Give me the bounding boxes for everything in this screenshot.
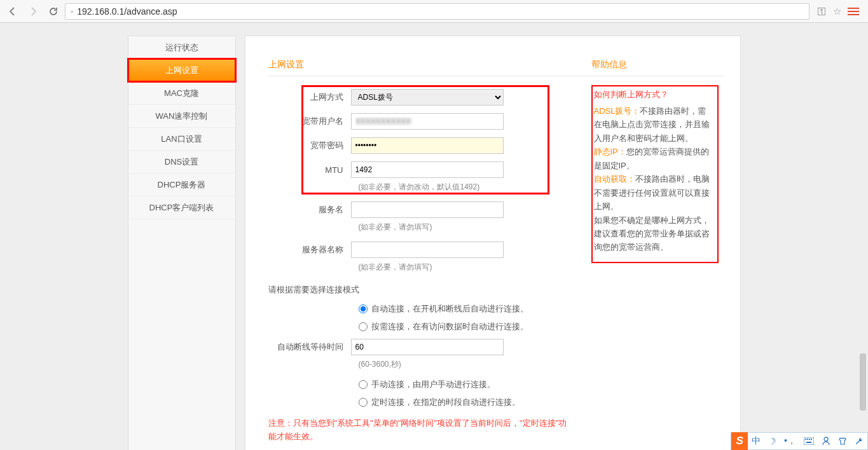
mtu-input[interactable]	[351, 161, 504, 178]
ime-punct[interactable]: •，	[780, 435, 800, 447]
username-input[interactable]	[351, 113, 504, 130]
sidebar: 运行状态 上网设置 MAC克隆 WAN速率控制 LAN口设置 DNS设置 DHC…	[128, 36, 236, 450]
help-footer: 如果您不确定是哪种上网方式，建议查看您的宽带业务单据或咨询您的宽带运营商。	[594, 215, 710, 252]
server-hint: (如非必要，请勿填写)	[359, 262, 711, 273]
key-icon[interactable]: ⚿	[817, 6, 827, 17]
help-panel: 帮助信息 如何判断上网方式？ ADSL拨号：不接路由器时，需在电脑上点击宽带连接…	[591, 59, 724, 263]
password-input[interactable]	[351, 137, 504, 154]
radio-demand[interactable]	[359, 322, 368, 331]
help-auto-label: 自动获取：	[594, 174, 635, 184]
sidebar-item-wanspeed[interactable]: WAN速率控制	[128, 105, 235, 128]
server-input[interactable]	[351, 242, 504, 258]
wan-type-label: 上网方式	[268, 92, 351, 103]
server-label: 服务器名称	[268, 244, 351, 256]
radio-manual[interactable]	[359, 380, 368, 389]
svg-rect-0	[804, 437, 814, 445]
section-title: 上网设置	[268, 59, 624, 76]
help-adsl-label: ADSL拨号：	[594, 106, 640, 116]
help-text: ADSL拨号：不接路由器时，需在电脑上点击宽带连接，并且输入用户名和密码才能上网…	[594, 104, 713, 254]
username-label: 宽带用户名	[268, 116, 351, 127]
ime-moon-icon[interactable]: ☽	[764, 436, 780, 446]
radio-auto[interactable]	[359, 304, 368, 313]
page-body: 运行状态 上网设置 MAC克隆 WAN速率控制 LAN口设置 DNS设置 DHC…	[0, 23, 868, 450]
radio-sched[interactable]	[359, 398, 368, 407]
radio-sched-row: 定时连接，在指定的时段自动进行连接。	[359, 397, 711, 408]
svg-rect-3	[809, 439, 810, 440]
service-label: 服务名	[268, 204, 351, 215]
sidebar-item-lan[interactable]: LAN口设置	[128, 128, 235, 151]
help-question: 如何判断上网方式？	[594, 89, 713, 100]
reload-button[interactable]	[45, 3, 62, 20]
sidebar-item-dhcp[interactable]: DHCP服务器	[128, 174, 235, 196]
svg-point-6	[824, 437, 828, 441]
radio-auto-label: 自动连接，在开机和断线后自动进行连接。	[371, 303, 528, 315]
service-input[interactable]	[351, 201, 504, 218]
radio-manual-label: 手动连接，由用户手动进行连接。	[371, 379, 495, 390]
ime-keyboard-icon[interactable]	[800, 437, 818, 445]
toolbar-right: ⚿ ☆	[812, 6, 864, 17]
idle-hint: (60-3600,秒)	[359, 359, 711, 370]
sidebar-item-dns[interactable]: DNS设置	[128, 151, 235, 174]
mtu-label: MTU	[268, 165, 351, 175]
help-title: 帮助信息	[591, 59, 724, 76]
sidebar-item-label: 上网设置	[165, 65, 198, 75]
scrollbar[interactable]	[858, 23, 866, 435]
address-bar[interactable]: ▫ 192.168.0.1/advance.asp	[65, 3, 809, 20]
help-highlight-box: 如何判断上网方式？ ADSL拨号：不接路由器时，需在电脑上点击宽带连接，并且输入…	[591, 85, 719, 263]
sogou-icon[interactable]: S	[731, 432, 748, 450]
svg-rect-1	[805, 439, 806, 440]
radio-manual-row: 手动连接，由用户手动进行连接。	[359, 379, 711, 390]
conn-mode-title: 请根据需要选择连接模式	[268, 284, 711, 296]
radio-sched-label: 定时连接，在指定的时段自动进行连接。	[371, 397, 520, 408]
bookmark-icon[interactable]: ☆	[833, 6, 841, 17]
password-label: 宽带密码	[268, 140, 351, 151]
sidebar-item-mac[interactable]: MAC克隆	[128, 82, 235, 105]
forward-button[interactable]	[24, 3, 42, 20]
main-panel: 上网设置 上网方式 ADSL拨号 宽带用户名 宽带密码	[245, 36, 741, 450]
ime-user-icon[interactable]	[818, 437, 834, 446]
ime-shirt-icon[interactable]	[834, 437, 851, 446]
wan-type-select[interactable]: ADSL拨号	[351, 89, 504, 106]
sidebar-item-dhcpclient[interactable]: DHCP客户端列表	[128, 196, 235, 219]
sidebar-item-status[interactable]: 运行状态	[128, 36, 235, 59]
ime-wrench-icon[interactable]	[851, 437, 867, 446]
row-idle: 自动断线等待时间	[268, 339, 711, 355]
ime-toolbar[interactable]: S 中 ☽ •，	[731, 432, 868, 450]
ime-cn[interactable]: 中	[748, 435, 764, 447]
svg-rect-2	[807, 439, 808, 440]
radio-demand-row: 按需连接，在有访问数据时自动进行连接。	[359, 321, 711, 332]
browser-toolbar: ▫ 192.168.0.1/advance.asp ⚿ ☆	[0, 0, 868, 23]
sidebar-item-wan[interactable]: 上网设置	[128, 59, 235, 82]
url-text: 192.168.0.1/advance.asp	[77, 6, 177, 17]
help-static-label: 静态IP：	[594, 147, 626, 156]
warning-text: 注意：只有当您到"系统工具"菜单的"网络时间"项设置了当前时间后，"定时连接"功…	[268, 417, 574, 444]
idle-input[interactable]	[351, 339, 504, 355]
radio-auto-row: 自动连接，在开机和断线后自动进行连接。	[359, 303, 711, 315]
svg-rect-5	[806, 442, 811, 443]
menu-icon[interactable]	[848, 8, 859, 15]
radio-demand-label: 按需连接，在有访问数据时自动进行连接。	[371, 321, 528, 332]
idle-label: 自动断线等待时间	[268, 341, 351, 353]
page-icon: ▫	[71, 7, 73, 16]
back-button[interactable]	[4, 3, 22, 20]
svg-rect-4	[811, 439, 812, 440]
